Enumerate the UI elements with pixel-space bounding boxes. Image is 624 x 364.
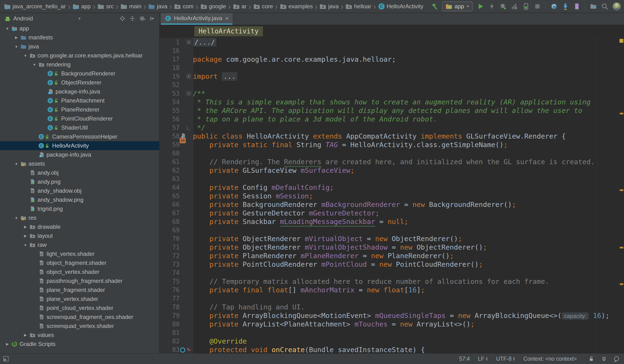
line-ending-selector[interactable]: LF ▲▼ <box>478 356 488 362</box>
collapse-all-icon[interactable] <box>129 15 135 22</box>
search-everywhere-icon[interactable] <box>601 3 608 10</box>
breadcrumb-item-main[interactable]: main <box>120 3 141 10</box>
tree-down-arrow-icon[interactable]: ▼ <box>21 243 29 247</box>
locate-icon[interactable] <box>119 15 126 22</box>
tree-item-pointcloudrenderer[interactable]: CPointCloudRenderer <box>0 114 159 123</box>
tree-item-layout[interactable]: ▶layout <box>0 231 159 240</box>
readonly-lock-icon[interactable] <box>588 356 595 362</box>
tree-item-rendering[interactable]: ▼rendering <box>0 60 159 69</box>
code-line-67[interactable]: 67 private GestureDetector mGestureDetec… <box>160 209 624 217</box>
tree-item-planeattachment[interactable]: CPlaneAttachment <box>0 96 159 105</box>
stop-square-icon[interactable] <box>534 3 541 10</box>
code-line-83[interactable]: 83⌄↑ protected void onCreate(Bundle save… <box>160 345 624 353</box>
code-line-81[interactable]: 81 <box>160 328 624 337</box>
breadcrumb-item-java[interactable]: java <box>319 3 338 10</box>
code-editor[interactable]: 1+/.../1617package com.google.ar.core.ex… <box>160 38 624 353</box>
code-line-72[interactable]: 72 private PlaneRenderer mPlaneRenderer … <box>160 252 624 260</box>
tree-item-helloaractivity[interactable]: CHelloArActivity <box>0 141 159 150</box>
breadcrumb-item-examples[interactable]: examples <box>280 3 313 10</box>
tree-item-passthrough-fragment-shader[interactable]: passthrough_fragment.shader <box>0 276 159 286</box>
code-line-78[interactable]: 78 // Tap handling and UI. <box>160 303 624 311</box>
code-line-57[interactable]: 57 */ <box>160 123 624 132</box>
breadcrumb-item-src[interactable]: src <box>97 3 114 10</box>
tree-item-screenquad-fragment-oes-shader[interactable]: screenquad_fragment_oes.shader <box>0 312 159 321</box>
fold-expand-icon[interactable]: + <box>186 40 191 44</box>
warning-stripe-mark[interactable] <box>620 113 623 114</box>
encoding-selector[interactable]: UTF-8 ▲▼ <box>496 356 515 362</box>
code-line-80[interactable]: 80 private ArrayList<PlaneAttachment> mT… <box>160 320 624 328</box>
breadcrumb-item-com[interactable]: com <box>174 3 193 10</box>
override-method-gutter-icon[interactable] <box>180 347 185 353</box>
tree-item-res[interactable]: ▼res <box>0 213 159 222</box>
code-line-77[interactable]: 77 <box>160 294 624 303</box>
tree-down-arrow-icon[interactable]: ▼ <box>21 54 29 58</box>
hide-panel-icon[interactable] <box>149 15 156 22</box>
caret-position[interactable]: 57:4 <box>459 356 470 362</box>
tree-right-arrow-icon[interactable]: ▶ <box>21 333 29 337</box>
code-line-19[interactable]: 19+import ... <box>160 72 624 81</box>
tree-down-arrow-icon[interactable]: ▼ <box>30 63 38 67</box>
code-line-52[interactable]: 52 <box>160 81 624 89</box>
tree-item-screenquad-vertex-shader[interactable]: screenquad_vertex.shader <box>0 321 159 331</box>
tree-item-shaderutil[interactable]: CShaderUtil <box>0 123 159 132</box>
tree-item-gradle-scripts[interactable]: ▶Gradle Scripts <box>0 339 159 349</box>
tree-down-arrow-icon[interactable]: ▼ <box>12 45 20 49</box>
user-avatar-icon[interactable] <box>613 2 621 10</box>
tree-item-andy-obj[interactable]: andy.obj <box>0 168 159 177</box>
tree-item-com-google-ar-core-examples-java-helloar[interactable]: ▼com.google.ar.core.examples.java.helloa… <box>0 51 159 60</box>
close-icon[interactable]: × <box>225 15 229 21</box>
tree-item-plane-vertex-shader[interactable]: plane_vertex.shader <box>0 294 159 304</box>
breadcrumb-item-core[interactable]: core <box>253 3 273 10</box>
run-configuration-selector[interactable]: app▼ <box>442 1 473 11</box>
breadcrumb-item-helloaractivity[interactable]: CHelloArActivity <box>378 3 423 10</box>
tab-helloaractivity-java[interactable]: C HelloArActivity.java × <box>161 13 233 25</box>
fold-collapse-icon[interactable]: − <box>186 91 191 96</box>
warning-stripe-mark[interactable] <box>620 247 623 248</box>
tree-item-objectrenderer[interactable]: CObjectRenderer <box>0 78 159 87</box>
code-line-73[interactable]: 73 private PointCloudRenderer mPointClou… <box>160 260 624 269</box>
tree-item-object-vertex-shader[interactable]: object_vertex.shader <box>0 267 159 276</box>
tree-down-arrow-icon[interactable]: ▼ <box>3 26 11 31</box>
code-line-75[interactable]: 75 // Temporary matrix allocated here to… <box>160 277 624 286</box>
sdk-manager-icon[interactable] <box>562 3 569 10</box>
tree-right-arrow-icon[interactable]: ▶ <box>12 35 20 40</box>
tree-down-arrow-icon[interactable]: ▼ <box>12 162 20 166</box>
android-monitor-icon[interactable] <box>601 356 607 362</box>
tree-right-arrow-icon[interactable]: ▶ <box>21 234 29 238</box>
tree-item-object-fragment-shader[interactable]: object_fragment.shader <box>0 259 159 267</box>
context-widget[interactable]: Context: <no context> <box>523 356 577 362</box>
debug-bug-icon[interactable] <box>500 3 507 10</box>
breadcrumb-item-google[interactable]: google <box>200 3 226 10</box>
fold-expand-icon[interactable]: + <box>186 74 191 78</box>
code-line-1[interactable]: 1+/.../ <box>160 38 624 47</box>
breadcrumb-item-java[interactable]: java <box>148 3 167 10</box>
profiler-bars-icon[interactable] <box>511 3 518 10</box>
code-line-53[interactable]: 53−/** <box>160 89 624 98</box>
tree-item-package-info-java[interactable]: Jpackage-info.java <box>0 87 159 96</box>
tree-item-values[interactable]: ▶values <box>0 331 159 339</box>
breadcrumb-item-app[interactable]: app <box>72 3 91 10</box>
code-line-16[interactable]: 16 <box>160 47 624 55</box>
tree-right-arrow-icon[interactable]: ▶ <box>21 225 29 229</box>
code-line-55[interactable]: 55 * the ARCore API. The application wil… <box>160 106 624 115</box>
warning-stripe-mark[interactable] <box>620 283 623 285</box>
code-line-18[interactable]: 18 <box>160 64 624 72</box>
breadcrumb-item-ar[interactable]: ar <box>233 3 247 10</box>
code-line-62[interactable]: 62 private GLSurfaceView mSurfaceView; <box>160 166 624 175</box>
project-structure-icon[interactable] <box>590 3 597 10</box>
tree-item-light-vertex-shader[interactable]: light_vertex.shader <box>0 249 159 259</box>
tree-item-package-info-java[interactable]: Jpackage-info.java <box>0 150 159 159</box>
tree-down-arrow-icon[interactable]: ▼ <box>12 216 20 220</box>
code-line-79[interactable]: 79 private ArrayBlockingQueue<MotionEven… <box>160 311 624 320</box>
code-line-54[interactable]: 54 * This is a simple example that shows… <box>160 98 624 106</box>
warning-stripe-mark[interactable] <box>620 189 623 191</box>
tool-window-toggle-icon[interactable] <box>3 356 9 362</box>
tree-right-arrow-icon[interactable]: ▶ <box>3 342 11 346</box>
attach-debugger-phone-icon[interactable] <box>522 3 530 10</box>
event-log-icon[interactable] <box>613 356 620 362</box>
breadcrumb-item-java-arcore-hello-ar[interactable]: java_arcore_hello_ar <box>4 3 66 10</box>
tree-item-point-cloud-vertex-shader[interactable]: point_cloud_vertex.shader <box>0 304 159 312</box>
tree-item-camerapermissionhelper[interactable]: CCameraPermissionHelper <box>0 132 159 141</box>
tree-item-andy-png[interactable]: andy.png <box>0 177 159 186</box>
tree-item-plane-fragment-shader[interactable]: plane_fragment.shader <box>0 286 159 294</box>
